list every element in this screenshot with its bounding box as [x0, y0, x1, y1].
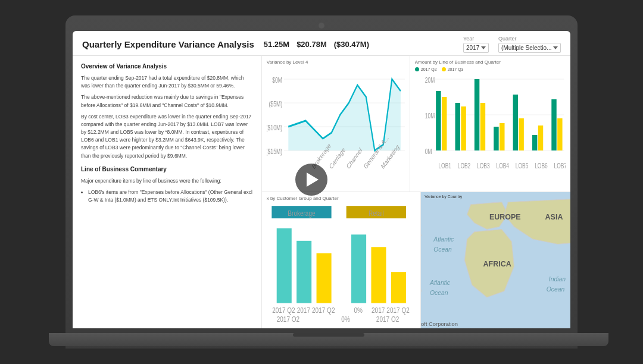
svg-text:0M: 0M [425, 148, 432, 156]
svg-text:($15M): ($15M) [267, 148, 282, 156]
bullet-list: LOB6's items are from "Expenses before A… [81, 189, 253, 204]
svg-rect-28 [519, 118, 523, 150]
section1-heading: Overview of Variance Analysis [81, 62, 253, 71]
svg-rect-32 [557, 118, 562, 150]
svg-text:10M: 10M [425, 112, 435, 120]
legend-q2-dot [415, 67, 419, 71]
year-filter-select[interactable]: 2017 [463, 43, 489, 53]
legend-q3-label: 2017 Q3 [448, 67, 464, 71]
quarter-filter-label: Quarter [498, 36, 561, 42]
play-icon [307, 172, 319, 187]
svg-text:Ocean: Ocean [547, 286, 565, 293]
svg-text:0%: 0% [354, 306, 362, 314]
lob-legend: 2017 Q2 2017 Q3 [415, 67, 566, 71]
stat-3: ($30.47M) [334, 40, 369, 49]
year-filter-group: Year 2017 [463, 36, 489, 53]
svg-rect-31 [551, 99, 556, 150]
svg-text:2017: 2017 [372, 306, 385, 314]
svg-text:LOB2: LOB2 [458, 162, 471, 170]
svg-rect-48 [316, 253, 331, 303]
bullet-item-1: LOB6's items are from "Expenses before A… [88, 189, 253, 204]
stat-2: $20.78M [296, 40, 327, 49]
svg-text:($5M): ($5M) [269, 101, 282, 108]
svg-text:($10M): ($10M) [267, 124, 282, 132]
legend-q3-dot [442, 67, 446, 71]
play-button[interactable] [295, 164, 327, 196]
svg-text:© 2015 HERE, © 2015 Microsoft : © 2015 HERE, © 2015 Microsoft Corporatio… [421, 321, 458, 327]
section2-para1: Major expenditure items by line of busin… [81, 177, 253, 185]
legend-q3: 2017 Q3 [442, 67, 464, 71]
stat-1: 51.25M [264, 40, 289, 49]
svg-rect-19 [436, 91, 441, 150]
line-chart-svg: $0M ($5M) ($10M) ($15M) Brokerage Carria… [267, 67, 405, 174]
svg-text:LOB7: LOB7 [554, 162, 566, 170]
svg-rect-52 [371, 247, 386, 303]
svg-text:Brokerage: Brokerage [288, 209, 315, 217]
bar-chart-svg: 20M 10M 0M [415, 73, 566, 174]
header-filters: Year 2017 Quarter (Multiple Selectio... [463, 36, 561, 53]
section1-para3: By cost center, LOB3 expenditure was low… [81, 113, 253, 160]
svg-text:Atlantic: Atlantic [429, 280, 451, 286]
svg-rect-25 [494, 127, 498, 150]
svg-text:LOB6: LOB6 [535, 162, 548, 170]
page-title: Quarterly Expenditure Variance Analysis [82, 39, 254, 49]
section2-heading: Line of Business Commentary [81, 165, 253, 174]
svg-text:2017 Q2: 2017 Q2 [272, 306, 295, 314]
svg-text:AFRICA: AFRICA [483, 260, 511, 268]
quarter-filter-select[interactable]: (Multiple Selectio... [498, 43, 561, 53]
world-map-svg: EUROPE ASIA AFRICA SOUTH AMERICA AUS... … [421, 192, 570, 328]
svg-text:2017 Q2: 2017 Q2 [376, 315, 398, 322]
section1-para1: The quarter ending Sep-2017 had a total … [81, 74, 253, 90]
svg-rect-22 [461, 106, 466, 150]
customer-chart-title: x by Customer Group and Quarter [267, 196, 416, 201]
variance-level4-chart: Variance by Level 4 $0M ($5M) ($10M [262, 56, 410, 192]
svg-text:20M: 20M [425, 77, 435, 84]
quarter-filter-group: Quarter (Multiple Selectio... [498, 36, 561, 53]
left-panel: Overview of Variance Analysis The quarte… [73, 56, 262, 328]
header-stats: 51.25M $20.78M ($30.47M) [264, 40, 369, 49]
svg-text:Indian: Indian [549, 276, 566, 283]
svg-text:EUROPE: EUROPE [489, 213, 521, 221]
map-chart-title: Variance by Country [424, 194, 462, 199]
variance-country-map: Variance by Country [421, 192, 570, 328]
svg-text:2017: 2017 [296, 306, 310, 314]
charts-bottom-row: x by Customer Group and Quarter Brokerag… [262, 192, 570, 328]
svg-text:Ocean: Ocean [430, 290, 448, 296]
svg-text:Atlantic: Atlantic [433, 236, 455, 243]
svg-text:2017 Q2: 2017 Q2 [276, 315, 299, 322]
header: Quarterly Expenditure Variance Analysis … [73, 31, 570, 56]
svg-rect-54 [391, 272, 406, 303]
svg-rect-24 [480, 103, 485, 150]
svg-text:$0M: $0M [272, 77, 282, 84]
svg-rect-29 [532, 135, 537, 150]
webcam [319, 23, 324, 29]
svg-text:LOB3: LOB3 [477, 162, 490, 170]
svg-text:2017 Q2: 2017 Q2 [312, 306, 335, 314]
svg-text:Ocean: Ocean [434, 246, 452, 253]
svg-rect-50 [351, 234, 366, 303]
svg-rect-20 [442, 97, 447, 150]
laptop-screen: Quarterly Expenditure Variance Analysis … [73, 31, 570, 328]
svg-rect-26 [500, 123, 504, 150]
svg-text:0%: 0% [341, 315, 349, 322]
lob-quarter-chart: Amount by Line of Business and Quarter 2… [410, 56, 570, 192]
svg-rect-27 [513, 95, 517, 150]
svg-rect-21 [455, 103, 460, 150]
svg-rect-46 [296, 241, 311, 303]
svg-rect-44 [276, 228, 291, 303]
svg-text:LOB4: LOB4 [496, 162, 509, 170]
svg-text:LOB5: LOB5 [516, 162, 529, 170]
stacked-bar-svg: Brokerage Retail 2017 Q2 2017 [267, 203, 416, 322]
lob-chart-title: Amount by Line of Business and Quarter [415, 59, 566, 65]
variance-chart-title: Variance by Level 4 [267, 59, 405, 65]
svg-rect-23 [475, 79, 479, 150]
year-filter-label: Year [463, 36, 489, 42]
svg-text:Retail: Retail [369, 209, 384, 217]
svg-text:LOB1: LOB1 [438, 162, 451, 170]
svg-text:ASIA: ASIA [545, 213, 563, 221]
svg-text:2017 Q2: 2017 Q2 [386, 306, 409, 314]
legend-q2-label: 2017 Q2 [421, 67, 437, 71]
customer-group-chart: x by Customer Group and Quarter Brokerag… [262, 192, 422, 328]
laptop-outer: Quarterly Expenditure Variance Analysis … [65, 15, 578, 349]
svg-rect-30 [538, 125, 543, 150]
